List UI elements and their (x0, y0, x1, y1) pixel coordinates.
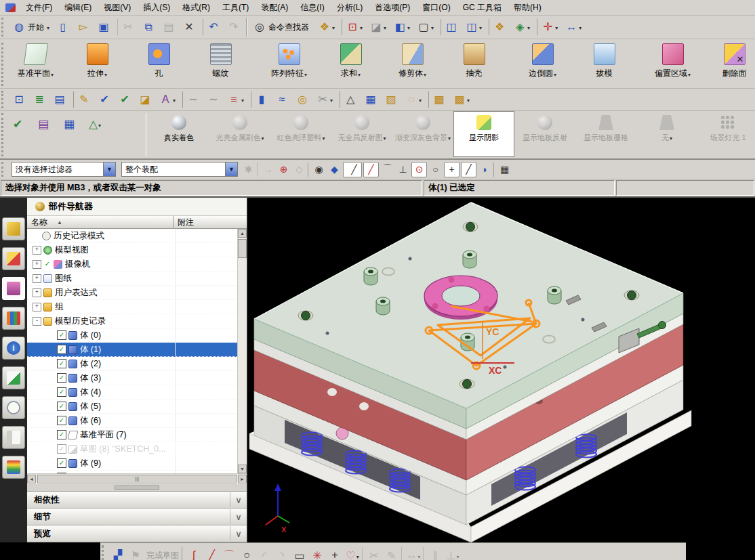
tree-row[interactable]: 用户表达式 (27, 286, 238, 300)
chevron-down-icon[interactable]: ▼ (225, 163, 237, 176)
feature-button[interactable]: 删除面 (703, 41, 755, 84)
system-materials[interactable] (2, 456, 25, 479)
render-mode-button[interactable]: 真实着色 (148, 111, 209, 157)
menu-item[interactable]: 文件(F) (20, 1, 58, 15)
intersection-snap-icon[interactable]: + (444, 162, 460, 177)
toolbar-grip[interactable] (1, 113, 3, 156)
hd3d-tools[interactable]: i (2, 337, 25, 360)
scrollbar-thumb[interactable] (238, 239, 247, 258)
visibility-checkbox[interactable] (43, 260, 52, 268)
folder-circles-icon[interactable]: ◌ (402, 91, 424, 108)
point-on-curve-snap-icon[interactable]: ╱ (461, 162, 476, 177)
vertical-scrollbar[interactable]: ▲ ▼ (237, 229, 247, 473)
quick-extend-icon[interactable]: ✎ (384, 547, 400, 560)
update-display-icon[interactable]: ✔ (5, 113, 30, 135)
visibility-checkbox[interactable] (57, 473, 66, 473)
face-snap-icon[interactable]: ◉ (308, 163, 326, 177)
feature-button[interactable]: 阵列特征 (255, 41, 320, 84)
tree-row[interactable]: 图纸 (27, 272, 238, 286)
horizontal-scrollbar[interactable]: ◄ ||| ► (27, 473, 247, 483)
reuse-library[interactable] (2, 307, 25, 330)
menu-item[interactable]: 工具(T) (216, 1, 255, 15)
menu-item[interactable]: 编辑(E) (58, 1, 98, 15)
menu-item[interactable]: 信息(I) (294, 1, 330, 15)
chevron-down-icon[interactable]: ∨ (230, 509, 247, 524)
feature-button[interactable]: 孔 (128, 41, 190, 84)
roles-palette[interactable] (2, 426, 25, 449)
menu-item[interactable]: 装配(A) (255, 1, 294, 15)
graphics-viewport[interactable]: YC XC X (247, 198, 755, 542)
feature-button[interactable]: 拔模 (573, 41, 635, 84)
grid-snap-icon[interactable]: ▦ (493, 163, 512, 177)
visibility-checkbox[interactable] (57, 345, 66, 354)
render-mode-button[interactable]: 场景灯光 1 (697, 111, 755, 157)
render-mode-button[interactable]: 光亮金属刷色 (209, 111, 270, 157)
circle-snap-icon[interactable]: ○ (428, 163, 443, 177)
visibility-checkbox[interactable] (57, 373, 66, 383)
start-button[interactable]: ◍ 开始 (9, 18, 52, 36)
clip-section-icon[interactable]: ◫ (441, 18, 461, 36)
pick-list-icon[interactable]: ≡ (224, 91, 247, 108)
feature-button[interactable]: 偏置区域 (638, 41, 703, 84)
feature-button[interactable]: 螺纹 (190, 41, 251, 84)
feature-button[interactable]: 抽壳 (443, 41, 505, 84)
text-icon[interactable]: A (156, 91, 178, 108)
column-note[interactable]: 附注 (174, 216, 247, 228)
chamfer-icon[interactable]: ◝ (274, 547, 290, 560)
menu-item[interactable]: 分析(L) (331, 1, 369, 15)
constraint-navigator[interactable] (2, 247, 25, 270)
tree-row[interactable]: 体 (9) (27, 456, 238, 471)
constraints-icon[interactable]: ✛ (537, 18, 560, 36)
tree-row[interactable]: 模型视图 (27, 243, 238, 257)
point-icon[interactable]: + (327, 547, 343, 560)
scroll-left-icon[interactable]: ◄ (27, 475, 36, 483)
tree-row[interactable]: 体 (0) (27, 328, 238, 343)
expand-toggle[interactable] (33, 260, 41, 269)
parallel-constraint-icon[interactable]: ∥ (423, 547, 443, 560)
clip-section-edit-icon[interactable]: ◫ (462, 18, 485, 36)
tree-row[interactable]: 体 (1) (27, 343, 238, 357)
collapsible-panel-header[interactable]: 预览 ∨ (27, 525, 247, 542)
feature-button[interactable]: 修剪体 (382, 41, 443, 84)
tree-row[interactable]: 组 (27, 300, 238, 314)
tag-note-icon[interactable]: ✎ (73, 91, 94, 108)
column-name[interactable]: 名称 ▲ (27, 216, 174, 228)
layer-settings-icon[interactable]: ▤ (50, 91, 69, 108)
visibility-checkbox[interactable] (57, 458, 66, 468)
menu-item[interactable]: 插入(S) (137, 1, 176, 15)
solid-snap-icon[interactable]: ◆ (327, 163, 342, 177)
save-icon[interactable]: ▣ (94, 18, 113, 36)
tree-row[interactable]: 体 (5) (27, 400, 238, 414)
collapsible-panel-header[interactable]: 细节 ∨ (27, 509, 247, 525)
point-on-face-snap-icon[interactable]: ◗ (478, 163, 492, 177)
snap-rotate-icon[interactable]: ⊕ (277, 163, 291, 177)
tree-row[interactable]: 历史记录模式 (27, 229, 238, 243)
examine-geometry-icon[interactable]: ✔ (95, 91, 114, 108)
feature-button[interactable]: 边倒圆 (508, 41, 573, 84)
window-style-icon[interactable]: ▢ (414, 18, 436, 36)
finish-sketch-icon[interactable]: ⚑ (127, 547, 144, 560)
feature-button[interactable]: 基准平面 (5, 41, 66, 84)
scroll-down-icon[interactable]: ▼ (238, 465, 247, 473)
toolbar-grip[interactable] (1, 18, 7, 37)
fillet-icon[interactable]: ◜ (256, 547, 272, 560)
spring-icon[interactable]: ▮ (251, 91, 271, 108)
render-mode-button[interactable]: 红色亮泽塑料 (270, 111, 331, 157)
scroll-right-icon[interactable]: ► (238, 475, 247, 483)
trim-lib-icon[interactable]: ✂ (313, 91, 335, 108)
rectangle-icon[interactable]: ▭ (291, 547, 308, 560)
command-finder-button[interactable]: ◎ 命令查找器 (250, 18, 314, 36)
expand-toggle[interactable] (33, 274, 41, 283)
washer-icon[interactable]: ◎ (293, 91, 312, 108)
selection-filter-combo[interactable]: 没有选择过滤器 ▼ (12, 162, 116, 177)
feature-button[interactable]: 拉伸 (66, 41, 128, 84)
endpoint-snap-icon[interactable]: ╱ (343, 162, 362, 177)
visibility-checkbox[interactable] (57, 387, 66, 397)
toolbar-grip[interactable] (1, 91, 7, 108)
expand-toggle[interactable] (33, 246, 41, 255)
expand-toggle[interactable] (33, 303, 41, 311)
render-mode-button[interactable]: 显示地板反射 (514, 111, 575, 157)
copy-icon[interactable]: ⧉ (139, 18, 158, 36)
visibility-checkbox[interactable] (57, 444, 66, 454)
studio-spline-icon[interactable]: ♡ (344, 547, 361, 560)
